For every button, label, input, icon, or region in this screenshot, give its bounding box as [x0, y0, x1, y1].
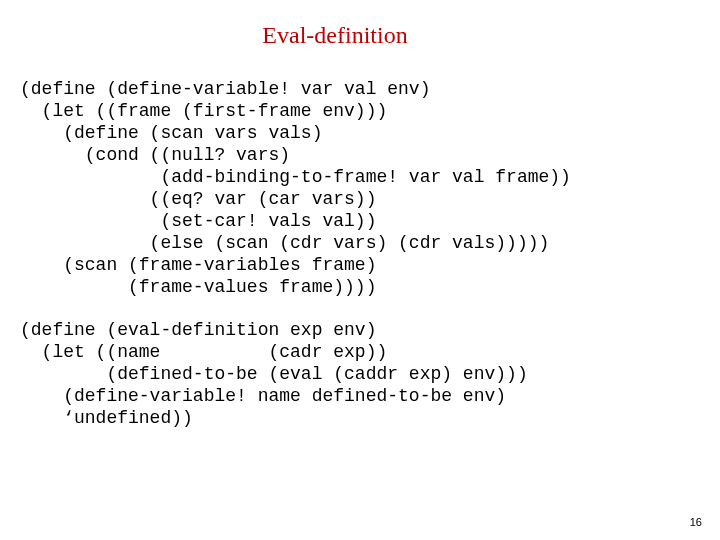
code-listing: (define (define-variable! var val env) (… — [0, 59, 720, 430]
page-number: 16 — [690, 516, 702, 528]
slide-title: Eval-definition — [0, 0, 720, 59]
